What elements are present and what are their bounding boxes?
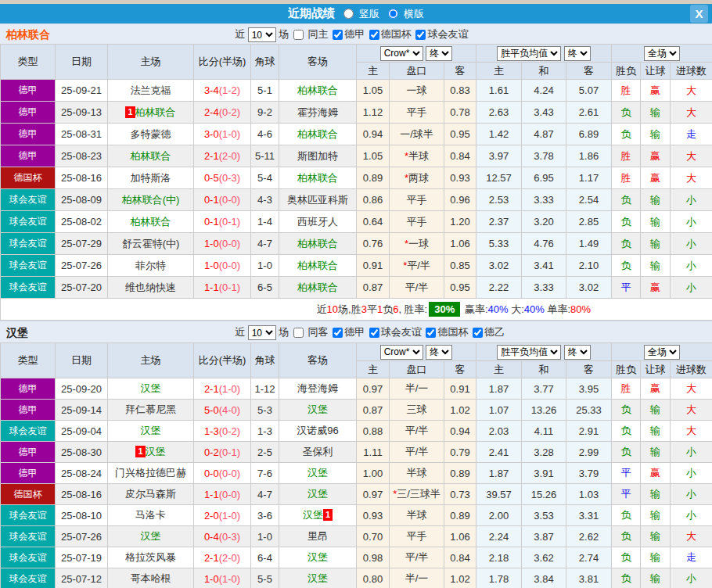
avg-lose-cell: 1.86 <box>566 145 612 167</box>
league-checkbox[interactable] <box>415 30 426 40</box>
league-type-cell: 球会友谊 <box>1 211 56 233</box>
result-wdl-cell: 胜 <box>612 145 641 167</box>
avg-draw-cell: 4.24 <box>522 80 566 102</box>
home-odds-cell: 1.11 <box>357 442 390 463</box>
result-wdl-cell: 负 <box>612 568 641 588</box>
league-checkbox[interactable] <box>369 328 379 338</box>
result-handicap-cell: 赢 <box>641 378 671 400</box>
corner-cell: 1-3 <box>251 421 279 442</box>
away-team-cell: 圣保利 <box>279 442 357 463</box>
away-odds-cell: 1.06 <box>444 526 476 547</box>
close-button[interactable]: X <box>690 5 708 23</box>
result-goals-cell: 小 <box>671 505 712 526</box>
avg-lose-cell: 2.61 <box>566 102 612 124</box>
result-goals-cell: 大 <box>671 80 712 102</box>
layout-radio-horizontal[interactable] <box>388 9 398 19</box>
avg-win-cell: 12.57 <box>476 167 522 189</box>
away-odds-cell: 0.78 <box>444 102 476 124</box>
handicap-cell: 一球 <box>390 80 444 102</box>
red-card-badge: 1 <box>135 446 145 457</box>
league-checkbox[interactable] <box>473 328 483 338</box>
result-wdl-cell: 负 <box>612 189 641 211</box>
home-odds-cell: 0.87 <box>357 400 390 421</box>
layout-radio-vertical-label: 竖版 <box>359 7 379 21</box>
filter-bar: 近 10 场 同主 德甲 德国杯 球会友谊 <box>0 28 468 40</box>
avg-time-select[interactable]: 终 <box>564 46 591 61</box>
avg-draw-cell: 3.91 <box>522 463 566 484</box>
result-group-header: 全场 <box>612 45 712 63</box>
league-type-cell: 球会友谊 <box>1 547 56 568</box>
col-header-corner: 角球 <box>251 45 279 80</box>
avg-draw-cell: 4.11 <box>522 421 566 442</box>
team-name-label: 柏林联合 <box>6 24 50 45</box>
score-cell: 3-4(1-2) <box>194 80 251 102</box>
bookmaker-select[interactable]: Crow* <box>380 345 423 360</box>
away-odds-cell: 0.96 <box>444 189 476 211</box>
layout-radio-vertical[interactable] <box>343 9 354 19</box>
result-handicap-cell: 输 <box>641 124 671 145</box>
away-team-cell: 奥林匹亚科斯 <box>279 189 357 211</box>
scope-select[interactable]: 全场 <box>644 46 680 61</box>
away-team-cell: 柏林联合 <box>279 277 357 299</box>
match-row: 德甲25-08-23柏林联合2-1(2-0)5-11斯图加特1.05*半球0.8… <box>1 145 712 167</box>
away-team-cell: 柏林联合 <box>279 255 357 277</box>
avg-time-select[interactable]: 终 <box>564 345 591 360</box>
games-count-select[interactable]: 10 <box>248 325 276 340</box>
result-handicap-cell: 输 <box>641 421 671 442</box>
league-checkbox[interactable] <box>426 328 436 338</box>
avg-lose-cell: 5.07 <box>566 80 612 102</box>
match-row: 德甲25-09-131柏林联合2-4(0-2)9-2霍芬海姆1.12平手0.78… <box>1 102 712 124</box>
avg-lose-cell: 2.85 <box>566 211 612 233</box>
corner-cell: 5-4 <box>251 167 279 189</box>
avg-win-cell: 2.03 <box>476 421 522 442</box>
same-venue-checkbox[interactable] <box>293 328 304 338</box>
bookmaker-select[interactable]: Crow* <box>380 46 423 61</box>
match-row: 球会友谊25-07-12哥本哈根1-0(1-0)5-5汉堡0.80半/一1.02… <box>1 568 712 588</box>
handicap-star: * <box>405 150 408 162</box>
handicap-cell: 三球 <box>390 400 444 421</box>
avg-odds-select[interactable]: 胜平负均值 <box>497 345 561 360</box>
home-odds-cell: 0.98 <box>357 547 390 568</box>
summary-segment: 30% <box>429 302 460 317</box>
sub-header-result-wdl: 胜负 <box>612 63 641 80</box>
same-venue-checkbox[interactable] <box>293 30 304 40</box>
near-label: 近 <box>235 326 245 338</box>
match-row: 球会友谊25-07-19格拉茨风暴2-1(2-0)6-4汉堡0.98平/半0.8… <box>1 547 712 568</box>
score-cell: 1-1(0-0) <box>194 484 251 505</box>
home-odds-cell: 0.97 <box>357 378 390 400</box>
games-count-select[interactable]: 10 <box>248 27 276 42</box>
league-checkbox-label: 德甲 <box>344 28 365 40</box>
avg-odds-select[interactable]: 胜平负均值 <box>497 46 561 61</box>
result-goals-cell: 小 <box>671 463 712 484</box>
score-cell: 1-1(0-1) <box>194 277 251 299</box>
games-suffix-label: 场 <box>279 28 289 40</box>
red-card-badge: 1 <box>125 106 135 118</box>
result-handicap-cell: 输 <box>641 255 671 277</box>
handicap-cell: *一球 <box>390 233 444 255</box>
league-checkbox-label: 球会友谊 <box>381 326 422 338</box>
result-goals-cell: 小 <box>671 568 712 588</box>
league-checkbox[interactable] <box>333 30 343 40</box>
score-cell: 5-0(4-0) <box>194 400 251 421</box>
away-odds-cell: 1.02 <box>444 400 476 421</box>
avg-win-cell: 2.41 <box>476 442 522 463</box>
league-checkbox[interactable] <box>333 328 343 338</box>
handicap-cell: 平/半 <box>390 277 444 299</box>
odds-time-select[interactable]: 终 <box>426 345 452 360</box>
score-cell: 0-1(0-1) <box>194 211 251 233</box>
league-type-cell: 德甲 <box>1 442 56 463</box>
sub-header-result-goals: 进球数 <box>671 361 712 378</box>
sub-header-away-odds: 客 <box>444 63 476 80</box>
scope-select[interactable]: 全场 <box>644 345 680 360</box>
avg-lose-cell: 3.79 <box>566 463 612 484</box>
away-odds-cell: 0.73 <box>444 484 476 505</box>
sub-header-home-odds: 主 <box>357 361 390 378</box>
league-checkbox-label: 德甲 <box>344 326 365 338</box>
odds-time-select[interactable]: 终 <box>426 46 452 61</box>
matches-table-union-berlin: 类型 日期 主场 比分(半场) 角球 客场 Crow* 终 胜平负均值 终 全场… <box>0 44 712 321</box>
league-checkbox[interactable] <box>369 30 379 40</box>
avg-draw-cell: 3.77 <box>522 378 566 400</box>
col-header-date: 日期 <box>56 343 108 378</box>
sub-header-avg-draw: 和 <box>522 361 566 378</box>
avg-draw-cell: 3.78 <box>522 145 566 167</box>
